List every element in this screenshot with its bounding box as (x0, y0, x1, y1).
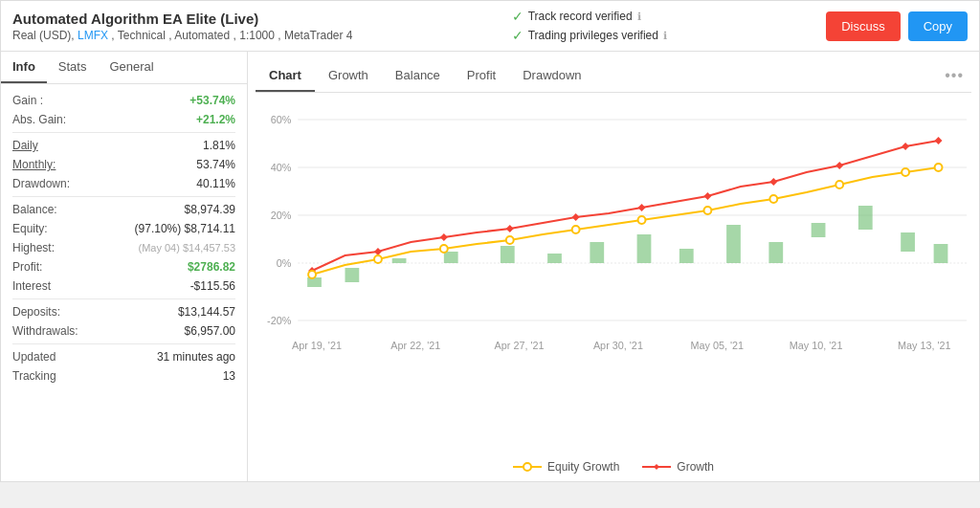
svg-rect-17 (307, 277, 322, 287)
svg-text:Apr 19, '21: Apr 19, '21 (292, 340, 342, 351)
svg-point-51 (835, 181, 843, 188)
equity-legend-label: Equity Growth (547, 460, 619, 474)
svg-marker-40 (835, 162, 843, 169)
svg-marker-42 (935, 137, 943, 144)
svg-rect-24 (637, 234, 652, 263)
equity-value: (97.10%) $8,714.11 (135, 222, 235, 235)
svg-marker-37 (638, 204, 646, 211)
header-left: Automated Algorithm EA Elite (Live) Real… (12, 11, 353, 42)
svg-point-44 (374, 255, 382, 263)
withdrawals-value: $6,957.00 (185, 324, 235, 338)
chart-tab-chart[interactable]: Chart (256, 60, 315, 92)
svg-rect-18 (345, 268, 360, 282)
trading-privileges-verify: ✓ Trading privileges verified ℹ (512, 28, 667, 43)
drawdown-value: 40.11% (196, 177, 235, 190)
right-panel: Chart Growth Balance Profit Drawdown •••… (248, 52, 979, 481)
header: Automated Algorithm EA Elite (Live) Real… (1, 1, 979, 52)
chart-tab-growth[interactable]: Growth (315, 60, 382, 92)
balance-value: $8,974.39 (185, 203, 235, 216)
discuss-button[interactable]: Discuss (826, 11, 901, 41)
tab-general[interactable]: General (98, 52, 165, 83)
svg-rect-30 (901, 232, 915, 252)
svg-point-43 (308, 271, 316, 278)
svg-rect-27 (768, 242, 783, 263)
tracking-label: Tracking (12, 369, 56, 383)
left-panel: Info Stats General Gain : +53.74% Abs. G… (1, 52, 248, 481)
tracking-row: Tracking 13 (12, 369, 235, 383)
svg-text:May 05, '21: May 05, '21 (690, 340, 744, 351)
svg-rect-31 (934, 244, 948, 263)
chart-tab-drawdown[interactable]: Drawdown (509, 60, 594, 92)
svg-text:Apr 22, '21: Apr 22, '21 (390, 340, 440, 351)
svg-marker-39 (769, 178, 777, 186)
updated-label: Updated (12, 350, 56, 364)
abs-gain-label: Abs. Gain: (12, 113, 66, 126)
svg-text:20%: 20% (271, 210, 292, 221)
withdrawals-row: Withdrawals: $6,957.00 (12, 324, 235, 338)
equity-line-icon (513, 462, 542, 472)
deposits-label: Deposits: (12, 305, 60, 319)
tracking-value: 13 (223, 369, 235, 383)
svg-marker-35 (506, 225, 514, 232)
highest-value: (May 04) $14,457.53 (138, 242, 235, 254)
main-container: Automated Algorithm EA Elite (Live) Real… (0, 0, 980, 482)
svg-marker-36 (572, 213, 580, 221)
track-record-verify: ✓ Track record verified ℹ (512, 9, 667, 24)
svg-marker-34 (440, 233, 448, 241)
page-title: Automated Algorithm EA Elite (Live) (12, 11, 353, 27)
svg-point-45 (440, 245, 448, 253)
chart-tab-balance[interactable]: Balance (382, 60, 454, 92)
monthly-label[interactable]: Monthly: (12, 158, 56, 171)
chart-svg: .axis-label { font-size: 11px; fill: #99… (256, 100, 971, 454)
more-options-icon[interactable]: ••• (937, 59, 971, 92)
highest-row: Highest: (May 04) $14,457.53 (12, 241, 235, 254)
tab-stats[interactable]: Stats (47, 52, 99, 83)
svg-marker-33 (374, 248, 382, 255)
chart-tab-profit[interactable]: Profit (454, 60, 509, 92)
legend-equity: Equity Growth (513, 460, 619, 474)
svg-text:Apr 30, '21: Apr 30, '21 (593, 340, 643, 351)
interest-value: -$115.56 (190, 279, 235, 293)
svg-text:-20%: -20% (267, 315, 292, 326)
svg-rect-21 (501, 246, 515, 263)
svg-point-49 (703, 207, 711, 214)
chart-tabs-row: Chart Growth Balance Profit Drawdown ••• (256, 59, 971, 93)
chart-legend: Equity Growth Growth (256, 460, 971, 474)
profit-value: $2786.82 (188, 260, 235, 274)
svg-point-48 (638, 216, 646, 224)
check-icon-2: ✓ (512, 28, 523, 43)
legend-growth: Growth (642, 460, 714, 474)
balance-label: Balance: (12, 203, 57, 216)
gain-value: +53.74% (189, 94, 235, 107)
updated-value: 31 minutes ago (157, 350, 235, 364)
svg-point-55 (523, 463, 531, 471)
svg-marker-38 (703, 192, 711, 200)
withdrawals-label: Withdrawals: (12, 324, 78, 338)
daily-row: Daily 1.81% (12, 139, 235, 152)
interest-row: Interest -$115.56 (12, 279, 235, 293)
tab-info[interactable]: Info (1, 52, 47, 83)
svg-text:0%: 0% (277, 257, 292, 269)
info-icon-1[interactable]: ℹ (637, 11, 641, 23)
svg-text:Apr 27, '21: Apr 27, '21 (495, 340, 545, 351)
svg-text:May 13, '21: May 13, '21 (898, 340, 951, 351)
profit-row: Profit: $2786.82 (12, 260, 235, 274)
profit-label: Profit: (12, 260, 42, 274)
verification-section: ✓ Track record verified ℹ ✓ Trading priv… (512, 9, 667, 43)
gain-label: Gain : (12, 94, 43, 107)
daily-label[interactable]: Daily (12, 139, 38, 152)
verify-label-2: Trading privileges verified (528, 29, 658, 42)
info-icon-2[interactable]: ℹ (663, 30, 667, 42)
chart-tabs: Chart Growth Balance Profit Drawdown (256, 60, 595, 92)
copy-button[interactable]: Copy (908, 11, 968, 41)
svg-text:40%: 40% (271, 162, 292, 173)
svg-point-50 (769, 195, 777, 203)
lmfx-link[interactable]: LMFX (78, 29, 108, 42)
header-subtitle: Real (USD), LMFX , Technical , Automated… (12, 29, 353, 42)
svg-point-47 (572, 226, 580, 233)
svg-rect-28 (812, 223, 826, 237)
svg-rect-23 (590, 242, 604, 263)
verify-label-1: Track record verified (528, 10, 633, 23)
svg-marker-57 (654, 464, 659, 470)
growth-line-icon (642, 462, 671, 472)
